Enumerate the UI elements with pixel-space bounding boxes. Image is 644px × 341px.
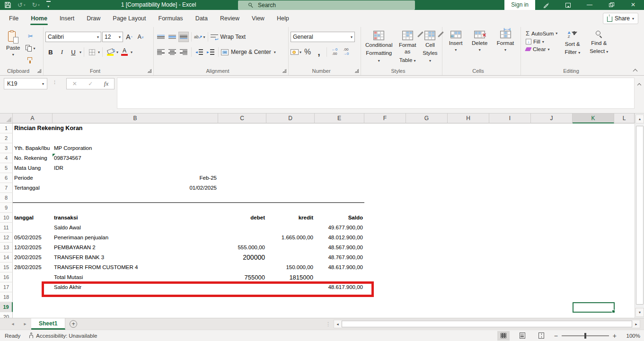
row-header-1[interactable]: 1 bbox=[0, 123, 13, 133]
row-header-11[interactable]: 11 bbox=[0, 223, 13, 233]
cell-B12[interactable]: Penerimaan penjualan bbox=[53, 233, 218, 243]
close-button[interactable]: ✕ bbox=[622, 0, 644, 10]
sheet-body[interactable]: Rincian Rekening KoranYth. Bapak/IbuMP C… bbox=[13, 123, 635, 318]
row-header-14[interactable]: 14 bbox=[0, 253, 13, 262]
merge-center-button[interactable]: Merge & Center ▾ bbox=[221, 47, 276, 57]
cell-B4[interactable]: 098734567 bbox=[53, 153, 218, 163]
font-color-button[interactable]: A bbox=[119, 47, 130, 57]
scroll-up-button[interactable]: ▴ bbox=[635, 114, 644, 123]
middle-align-button[interactable] bbox=[167, 32, 177, 42]
cell-E17[interactable]: 48.617.900,00 bbox=[315, 282, 364, 292]
cell-E12[interactable]: 48.012.900,00 bbox=[315, 233, 364, 243]
cell-E15[interactable]: 48.617.900,00 bbox=[315, 262, 364, 272]
cell-A3[interactable]: Yth. Bapak/Ibu bbox=[13, 143, 53, 153]
row-header-12[interactable]: 12 bbox=[0, 233, 13, 243]
cell-A6[interactable]: Periode bbox=[13, 173, 53, 183]
decrease-indent-button[interactable] bbox=[194, 47, 204, 57]
cell-A5[interactable]: Mata Uang bbox=[13, 163, 53, 173]
tab-insert[interactable]: Insert bbox=[53, 10, 80, 27]
insert-cells-button[interactable]: ← Insert ▾ bbox=[447, 30, 465, 53]
row-header-2[interactable]: 2 bbox=[0, 133, 13, 143]
normal-view-button[interactable] bbox=[497, 331, 510, 341]
zoom-in-button[interactable]: + bbox=[613, 332, 617, 339]
find-select-button[interactable]: Find & Select ▾ bbox=[587, 30, 610, 57]
cell-D16[interactable]: 1815000 bbox=[266, 272, 315, 282]
format-cells-button[interactable]: ⊢⊣ Format ▾ bbox=[494, 30, 516, 53]
horizontal-scrollbar[interactable]: ◂ ▸ bbox=[334, 320, 640, 328]
prev-sheet-icon[interactable]: ◂ bbox=[7, 318, 19, 330]
name-box-splitter[interactable]: ⁞ bbox=[54, 79, 55, 85]
column-header-K[interactable]: K bbox=[573, 114, 614, 123]
column-header-H[interactable]: H bbox=[448, 114, 489, 123]
paste-button[interactable]: Paste ▾ bbox=[4, 30, 22, 66]
font-size-select[interactable]: 12▾ bbox=[102, 32, 123, 42]
cell-styles-button[interactable]: Cell Styles ▾ bbox=[420, 30, 440, 64]
sign-in-button[interactable]: Sign in bbox=[504, 0, 535, 10]
column-header-A[interactable]: A bbox=[13, 114, 53, 123]
cell-A13[interactable]: 12/02/2025 bbox=[13, 243, 53, 253]
column-header-E[interactable]: E bbox=[315, 114, 364, 123]
cell-B14[interactable]: TRANSFER BANK 3 bbox=[53, 253, 218, 262]
row-header-15[interactable]: 15 bbox=[0, 262, 13, 272]
zoom-out-button[interactable]: − bbox=[554, 332, 558, 339]
tab-view[interactable]: View bbox=[246, 10, 271, 27]
cell-A1[interactable]: Rincian Rekening Koran bbox=[13, 123, 84, 133]
row-header-7[interactable]: 7 bbox=[0, 183, 13, 193]
page-layout-view-button[interactable] bbox=[516, 331, 529, 341]
align-left-button[interactable] bbox=[156, 47, 166, 57]
row-header-19[interactable]: 19 bbox=[0, 302, 13, 312]
fill-button[interactable]: ↓Fill▾ bbox=[526, 39, 557, 44]
increase-indent-button[interactable] bbox=[205, 47, 216, 57]
cell-B11[interactable]: Saldo Awal bbox=[53, 223, 218, 233]
ribbon-display-options-button[interactable] bbox=[557, 0, 579, 10]
column-header-J[interactable]: J bbox=[531, 114, 573, 123]
cell-A10[interactable]: tanggal bbox=[13, 213, 53, 223]
row-header-9[interactable]: 9 bbox=[0, 203, 13, 213]
chevron-down-icon[interactable]: ▾ bbox=[79, 50, 81, 54]
fill-color-button[interactable] bbox=[105, 47, 115, 57]
name-box[interactable]: K19 ▾ bbox=[4, 78, 47, 89]
restore-button[interactable] bbox=[600, 0, 622, 10]
vertical-scrollbar[interactable]: ▴ ▾ bbox=[635, 114, 644, 318]
tab-formulas[interactable]: Formulas bbox=[152, 10, 189, 27]
comma-style-button[interactable]: , bbox=[314, 47, 324, 57]
grow-font-button[interactable]: A^ bbox=[124, 32, 134, 42]
column-header-D[interactable]: D bbox=[266, 114, 315, 123]
page-break-view-button[interactable] bbox=[535, 331, 547, 341]
tab-page-layout[interactable]: Page Layout bbox=[106, 10, 152, 27]
delete-cells-button[interactable]: ✕ Delete ▾ bbox=[469, 30, 490, 53]
row-header-10[interactable]: 10 bbox=[0, 213, 13, 223]
redo-button[interactable]: ↻▾ bbox=[32, 2, 39, 8]
column-header-L[interactable]: L bbox=[614, 114, 635, 123]
minimize-button[interactable]: — bbox=[579, 0, 600, 10]
selected-cell-K19[interactable] bbox=[573, 302, 615, 313]
row-header-18[interactable]: 18 bbox=[0, 292, 13, 302]
accessibility-status[interactable]: Accessibility: Unavailable bbox=[29, 332, 97, 339]
decrease-decimal-button[interactable]: .00→0 bbox=[341, 47, 351, 57]
align-center-button[interactable] bbox=[167, 47, 177, 57]
autosum-button[interactable]: ΣAutoSum▾ bbox=[526, 30, 557, 37]
collapse-ribbon-button[interactable] bbox=[633, 68, 637, 72]
percent-style-button[interactable]: % bbox=[302, 47, 313, 57]
next-sheet-icon[interactable]: ▸ bbox=[19, 318, 31, 330]
customize-qat-button[interactable]: ▾ bbox=[46, 1, 51, 9]
scroll-right-button[interactable]: ▸ bbox=[633, 320, 640, 328]
orientation-button[interactable]: ab↗▾ bbox=[194, 32, 205, 42]
cell-B6[interactable]: Feb-25 bbox=[53, 173, 218, 183]
row-header-8[interactable]: 8 bbox=[0, 193, 13, 203]
chevron-down-icon[interactable]: ▾ bbox=[131, 50, 132, 54]
row-header-6[interactable]: 6 bbox=[0, 173, 13, 183]
column-header-B[interactable]: B bbox=[53, 114, 218, 123]
column-header-I[interactable]: I bbox=[489, 114, 531, 123]
column-header-C[interactable]: C bbox=[218, 114, 266, 123]
row-header-4[interactable]: 4 bbox=[0, 153, 13, 163]
horizontal-scroll-thumb[interactable] bbox=[342, 321, 632, 327]
scroll-left-button[interactable]: ◂ bbox=[334, 320, 341, 328]
cell-A4[interactable]: No. Rekening bbox=[13, 153, 53, 163]
cell-B13[interactable]: PEMBAYARAN 2 bbox=[53, 243, 218, 253]
cell-E14[interactable]: 48.767.900,00 bbox=[315, 253, 364, 262]
tab-review[interactable]: Review bbox=[214, 10, 246, 27]
italic-button[interactable]: I bbox=[57, 47, 67, 57]
cell-D12[interactable]: 1.665.000,00 bbox=[266, 233, 315, 243]
conditional-formatting-button[interactable]: Conditional Formatting ▾ bbox=[363, 30, 395, 64]
